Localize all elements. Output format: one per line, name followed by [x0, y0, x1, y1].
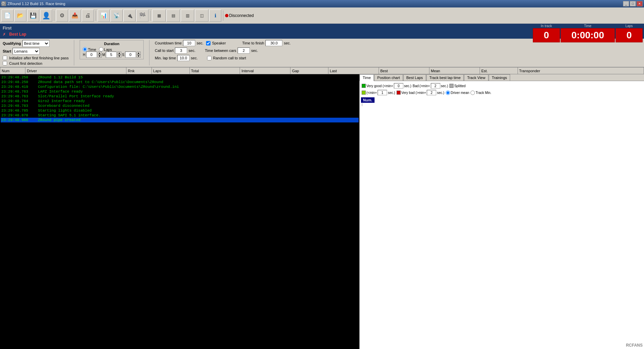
right-tabs: Time Position chart Best Laps Track best…	[360, 74, 644, 81]
very-bad-input[interactable]	[427, 90, 436, 95]
min-lap-input[interactable]	[177, 55, 189, 61]
laps-value: 0	[616, 28, 643, 42]
log-time: 23:29:48.785	[1, 109, 35, 113]
splitted-label: Splitted	[454, 84, 465, 88]
tab-track-view[interactable]: Track View	[464, 74, 488, 81]
h-label: H	[83, 53, 85, 57]
close-button[interactable]: ✕	[637, 1, 643, 6]
driver-mean-legend: Driver mean	[446, 91, 469, 95]
col-transponder: Transponder	[518, 67, 644, 74]
start-row: Start Lemans Grid Rolling	[3, 48, 68, 55]
tab-track-best-lap-time[interactable]: Track best lap time	[426, 74, 464, 81]
count-first-checkbox[interactable]	[3, 61, 7, 65]
log-msg: Scoreboard disconnected	[38, 104, 89, 108]
info-button[interactable]: ℹ	[209, 9, 221, 22]
log-line: 23:29:48.250ZRound data path set to C:\U…	[1, 80, 359, 84]
log-time: 23:29:48.764	[1, 99, 35, 103]
legend-row-1: Very good (<min+ sec.) Bad (>min+ sec.) …	[361, 82, 643, 89]
random-call-checkbox[interactable]	[207, 56, 212, 60]
tab-time[interactable]: Time	[360, 74, 374, 81]
s-label: S	[122, 53, 124, 57]
view2-button[interactable]: ▤	[166, 9, 180, 22]
track-min-legend: Track Min.	[470, 91, 491, 95]
minimize-button[interactable]: _	[623, 1, 629, 6]
initialize-checkbox[interactable]	[3, 56, 7, 60]
race-best-lap-label[interactable]: Best Lap	[9, 32, 26, 37]
qualifying-select[interactable]: Best time Total time Best laps	[22, 40, 49, 47]
call-to-start-row: Call to start sec. Time between cars sec…	[155, 47, 291, 54]
settings-button[interactable]: ⚙	[56, 9, 68, 22]
call-to-start-label: Call to start	[155, 49, 174, 53]
s-input[interactable]	[125, 52, 136, 58]
track-min-radio[interactable]	[470, 91, 475, 95]
log-msg: ZRound pipe created	[38, 118, 80, 122]
col-mean: Mean	[429, 67, 480, 74]
duration-time-radio[interactable]	[83, 47, 87, 52]
driver-button[interactable]: 👤	[40, 9, 52, 22]
speaker-checkbox[interactable]	[206, 41, 210, 45]
time-to-finish-unit: sec.	[284, 41, 290, 45]
initialize-label: Initialize after first finishing line pa…	[9, 56, 68, 60]
col-best: Best	[379, 67, 429, 74]
time-to-finish-input[interactable]	[265, 40, 282, 46]
duration-laps-radio[interactable]	[99, 47, 103, 52]
h-up-button[interactable]: ▲	[98, 52, 102, 55]
col-num: Num	[0, 67, 25, 74]
print-button[interactable]: 🖨	[82, 9, 94, 22]
bad-input[interactable]	[431, 83, 440, 89]
chart-button[interactable]: 📊	[98, 9, 110, 22]
bad-prefix: (>min+	[419, 84, 430, 88]
lapz-button[interactable]: 🔌	[123, 9, 136, 22]
tab-trainings[interactable]: Trainings	[489, 74, 510, 81]
maximize-button[interactable]: □	[630, 1, 636, 6]
s-down-button[interactable]: ▼	[137, 55, 141, 58]
view4-button[interactable]: ◫	[195, 9, 208, 22]
tab-position-chart[interactable]: Position chart	[374, 74, 403, 81]
call-to-start-unit: sec.	[188, 49, 195, 53]
very-good-input[interactable]	[394, 83, 403, 89]
log-msg: ZRound data path set to C:\Users\Public\…	[38, 80, 163, 84]
transponder-button[interactable]: 📡	[110, 9, 123, 22]
bad-label: Bad	[413, 84, 419, 88]
h-input[interactable]	[86, 52, 97, 58]
call-to-start-input[interactable]	[175, 47, 187, 54]
tab-best-laps[interactable]: Best Laps	[403, 74, 426, 81]
cursor-indicator: |	[362, 103, 643, 106]
good-input[interactable]	[378, 90, 387, 95]
view3-button[interactable]: ▥	[181, 9, 194, 22]
num-header: Num.	[361, 97, 375, 103]
window-controls: _ □ ✕	[623, 1, 643, 6]
duration-title: Duration	[83, 42, 140, 46]
log-time: 23:29:48.763	[1, 90, 35, 94]
qualifying-label: Qualifying	[3, 41, 21, 45]
open-button[interactable]: 📂	[14, 9, 26, 22]
import-button[interactable]: 📥	[69, 9, 81, 22]
log-line: 23:29:48.878Starting SAPI 5.1 interface.	[1, 113, 359, 118]
m-up-button[interactable]: ▲	[117, 52, 121, 55]
m-down-button[interactable]: ▼	[117, 55, 121, 58]
start-select[interactable]: Lemans Grid Rolling	[13, 48, 40, 55]
log-line: 23:29:48.763Slot/Parallel Port Interface…	[1, 94, 359, 99]
time-between-input[interactable]	[238, 47, 250, 54]
bad-legend: Bad (>min+ sec.)	[413, 83, 448, 89]
log-line: 23:29:48.764Giro2 Interface ready	[1, 99, 359, 103]
right-panel: Time Position chart Best Laps Track best…	[359, 74, 644, 349]
good-color	[362, 91, 366, 95]
qualifying-group: Qualifying Best time Total time Best lap…	[3, 40, 68, 65]
duration-radio-group: Time Laps	[83, 47, 112, 52]
h-down-button[interactable]: ▼	[98, 55, 102, 58]
m-input[interactable]	[106, 52, 117, 58]
duration-laps-label: Laps	[104, 47, 112, 52]
save-button[interactable]: 💾	[27, 9, 39, 22]
driver-mean-radio[interactable]	[446, 91, 450, 95]
log-panel[interactable]: 23:29:48.250ZRound 1.12 Build 1523:29:48…	[0, 74, 359, 349]
rcfans-logo: RCFANS	[626, 343, 643, 348]
table-header-row: Num Driver Rnk Laps Total Interval Gap L…	[0, 67, 644, 74]
log-msg: Starting lights disabled	[38, 109, 92, 113]
log-line: 23:29:48.966ZRound pipe created	[1, 118, 359, 122]
new-button[interactable]: 📄	[1, 9, 14, 22]
countdown-time-input[interactable]	[183, 40, 195, 46]
flag-button[interactable]: 🏁	[136, 9, 148, 22]
view1-button[interactable]: ▦	[152, 9, 166, 22]
s-up-button[interactable]: ▲	[137, 52, 141, 55]
